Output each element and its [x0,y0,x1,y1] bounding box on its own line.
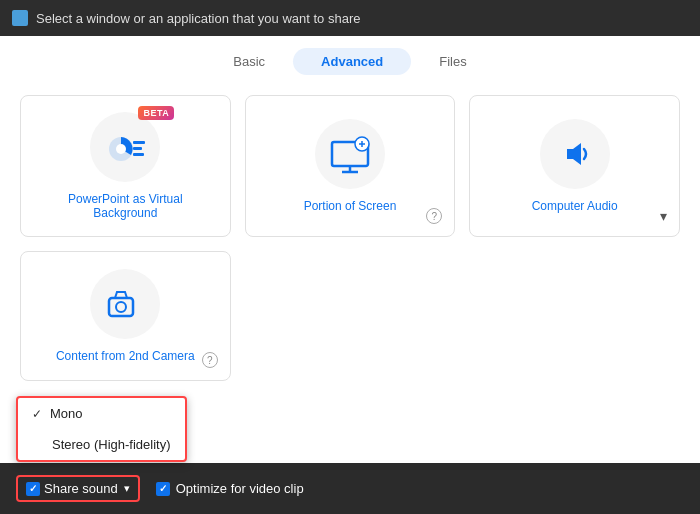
share-sound-control[interactable]: Share sound ▾ [16,475,140,502]
svg-point-14 [116,302,126,312]
card-camera-2nd[interactable]: Content from 2nd Camera ? [20,251,231,381]
svg-rect-0 [14,12,26,24]
bottom-bar: Mono Stereo (High-fidelity) Share sound … [0,463,700,514]
optimize-label: Optimize for video clip [176,481,304,496]
dropdown-item-stereo[interactable]: Stereo (High-fidelity) [18,429,185,460]
svg-rect-4 [133,147,142,150]
share-sound-dropdown-arrow[interactable]: ▾ [124,482,130,495]
share-sound-label: Share sound [44,481,118,496]
tab-basic[interactable]: Basic [205,48,293,75]
card-portion-screen[interactable]: Portion of Screen ? [245,95,456,237]
card-powerpoint[interactable]: BETA PowerPoint as Virtual Background [20,95,231,237]
camera-2nd-icon-container [90,269,160,339]
title-bar-text: Select a window or an application that y… [36,11,360,26]
card-audio-label: Computer Audio [532,199,618,213]
main-container: Basic Advanced Files [0,36,700,514]
portion-question-icon[interactable]: ? [426,208,442,224]
tabs-row: Basic Advanced Files [0,36,700,83]
computer-audio-icon-container [540,119,610,189]
svg-rect-13 [109,298,133,316]
svg-marker-12 [567,143,581,165]
tab-files[interactable]: Files [411,48,494,75]
audio-dropdown-icon[interactable]: ▾ [660,208,667,224]
cards-row-1: BETA PowerPoint as Virtual Background [20,95,680,237]
svg-rect-5 [133,153,144,156]
card-powerpoint-label: PowerPoint as Virtual Background [37,192,214,220]
share-sound-checkbox[interactable] [26,482,40,496]
share-sound-dropdown: Mono Stereo (High-fidelity) [16,396,187,462]
svg-rect-3 [133,141,145,144]
dropdown-item-mono[interactable]: Mono [18,398,185,429]
optimize-control[interactable]: Optimize for video clip [156,481,304,496]
camera-2nd-svg-icon [103,284,147,324]
cards-row-2: Content from 2nd Camera ? [20,251,680,381]
tab-advanced[interactable]: Advanced [293,48,411,75]
camera-question-icon[interactable]: ? [202,352,218,368]
beta-badge: BETA [138,106,174,120]
svg-point-2 [116,144,126,154]
card-portion-label: Portion of Screen [304,199,397,213]
app-icon [12,10,28,26]
optimize-checkbox[interactable] [156,482,170,496]
title-bar: Select a window or an application that y… [0,0,700,36]
card-computer-audio[interactable]: Computer Audio ▾ [469,95,680,237]
powerpoint-svg-icon [103,127,147,167]
card-camera-2nd-label: Content from 2nd Camera [56,349,195,363]
portion-screen-icon-container [315,119,385,189]
powerpoint-icon-container: BETA [90,112,160,182]
computer-audio-svg-icon [555,134,595,174]
portion-screen-svg-icon [326,134,374,174]
